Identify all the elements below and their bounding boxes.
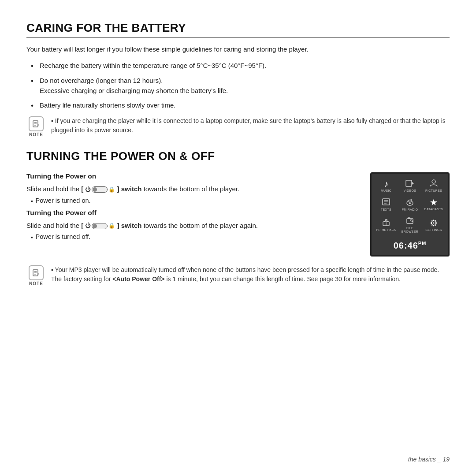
- power-on-bullet: Power is turned on.: [31, 197, 357, 205]
- bracket-open-off: [: [81, 222, 83, 229]
- page-footer: the basics _ 19: [408, 456, 450, 463]
- power-note-text: ▪ Your MP3 player will be automatically …: [51, 265, 450, 284]
- primepack-icon: [382, 218, 390, 227]
- battery-note-box: NOTE ▪ If you are charging the player wh…: [26, 116, 450, 137]
- pencil-icon: [32, 119, 41, 128]
- device-cell-fmradio: FM RADIO: [399, 196, 421, 213]
- pictures-icon: [429, 179, 438, 188]
- page: CARING FOR THE BATTERY Your battery will…: [0, 0, 476, 476]
- browser-svg: [405, 216, 414, 224]
- svg-point-6: [432, 180, 435, 183]
- power-off-title: Turning the Power off: [26, 209, 357, 217]
- power-content: Turning the Power on Slide and hold the …: [26, 172, 450, 257]
- browser-icon: [405, 216, 414, 226]
- power-note-label: NOTE: [29, 281, 43, 286]
- battery-note-bullet: ▪: [51, 117, 55, 124]
- power-note-box: NOTE ▪ Your MP3 player will be automatic…: [26, 265, 450, 286]
- lock-sym-on: 🔒: [108, 186, 115, 194]
- fmradio-icon: [405, 198, 414, 207]
- music-icon: ♪: [384, 179, 388, 188]
- switch-knob-on: [93, 187, 97, 192]
- power-divider: [26, 166, 450, 166]
- texts-label: TEXTS: [381, 208, 391, 212]
- device-cell-pictures: PICTURES: [423, 177, 445, 194]
- battery-note-icon-wrap: NOTE: [26, 116, 46, 137]
- settings-label: SETTINGS: [425, 228, 442, 232]
- videos-label: VIDEOS: [404, 189, 416, 193]
- device-image: ♪ MUSIC VIDEOS: [370, 172, 450, 257]
- video-svg: [405, 180, 414, 187]
- device-time: 06:46PM: [375, 239, 445, 252]
- battery-divider: [26, 37, 450, 38]
- primepack-svg: [382, 218, 390, 226]
- primepack-label: PRIME PACK: [376, 228, 396, 232]
- power-note-icon: [29, 265, 44, 280]
- power-on-title: Turning the Power on: [26, 172, 357, 180]
- pictures-svg: [429, 179, 438, 187]
- device-icon-grid: ♪ MUSIC VIDEOS: [375, 177, 445, 235]
- battery-intro: Your battery will last longer if you fol…: [26, 44, 450, 54]
- svg-line-13: [410, 199, 412, 200]
- switch-track-on: [92, 186, 108, 193]
- battery-note-label: NOTE: [29, 132, 43, 137]
- power-off-body: Slide and hold the [ ⏻ 🔒 ] switch toward…: [26, 220, 357, 231]
- power-sym-on: ⏻: [85, 185, 91, 194]
- svg-rect-4: [406, 180, 412, 186]
- fmradio-svg: [405, 198, 414, 206]
- power-note-icon-wrap: NOTE: [26, 265, 46, 286]
- bullet-3: Battery life naturally shortens slowly o…: [31, 100, 450, 110]
- power-sym-off: ⏻: [85, 221, 91, 230]
- switch-label-on: switch: [121, 185, 142, 193]
- texts-icon: [382, 198, 390, 207]
- power-section: TURNING THE POWER ON & OFF Turning the P…: [26, 149, 450, 286]
- device-cell-browser: FILEBROWSER: [399, 215, 421, 235]
- fmradio-label: FM RADIO: [402, 208, 418, 212]
- bullet-1: Recharge the battery within the temperat…: [31, 60, 450, 71]
- battery-note-text: ▪ If you are charging the player while i…: [51, 116, 450, 135]
- device-cell-music: ♪ MUSIC: [375, 177, 397, 194]
- switch-track-off: [92, 223, 108, 229]
- device-cell-settings: ⚙ SETTINGS: [423, 215, 445, 235]
- power-text: Turning the Power on Slide and hold the …: [26, 172, 357, 245]
- settings-icon: ⚙: [430, 219, 438, 227]
- device-cell-videos: VIDEOS: [399, 177, 421, 194]
- datacasts-icon: ★: [430, 198, 438, 207]
- bracket-close-on: ]: [117, 185, 119, 193]
- music-label: MUSIC: [381, 189, 391, 193]
- battery-title: CARING FOR THE BATTERY: [26, 21, 450, 35]
- pencil2-icon: [32, 268, 41, 277]
- switch-label-off: switch: [121, 222, 142, 229]
- lock-sym-off: 🔒: [108, 222, 115, 230]
- switch-inline-on: ⏻ 🔒: [85, 185, 115, 194]
- device-cell-texts: TEXTS: [375, 196, 397, 213]
- power-off-bullet: Power is turned off.: [31, 233, 357, 241]
- battery-section: CARING FOR THE BATTERY Your battery will…: [26, 21, 450, 137]
- device-screen: ♪ MUSIC VIDEOS: [370, 172, 450, 257]
- power-title: TURNING THE POWER ON & OFF: [26, 149, 450, 163]
- power-on-body: Slide and hold the [ ⏻ 🔒 ] switch toward…: [26, 184, 357, 194]
- videos-icon: [405, 179, 414, 188]
- svg-rect-18: [408, 217, 410, 219]
- bracket-close-off: ]: [117, 222, 119, 229]
- pictures-label: PICTURES: [425, 189, 442, 193]
- power-note-bullet: ▪: [51, 266, 55, 273]
- browser-label: FILEBROWSER: [402, 227, 418, 234]
- datacasts-label: DATACASTS: [424, 208, 443, 211]
- svg-point-12: [409, 202, 411, 204]
- auto-power-off-text: <Auto Power Off>: [112, 275, 164, 283]
- note-icon: [29, 116, 44, 131]
- svg-marker-5: [412, 182, 414, 185]
- switch-knob-off: [93, 224, 97, 228]
- switch-inline-off: ⏻ 🔒: [85, 221, 115, 230]
- battery-bullets: Recharge the battery within the temperat…: [26, 60, 450, 110]
- bracket-open-on: [: [81, 185, 83, 193]
- device-cell-primepack: PRIME PACK: [375, 215, 397, 235]
- svg-line-20: [412, 221, 413, 222]
- bullet-2: Do not overcharge (longer than 12 hours)…: [31, 75, 450, 96]
- device-cell-datacasts: ★ DATACASTS: [423, 196, 445, 213]
- texts-svg: [382, 198, 390, 206]
